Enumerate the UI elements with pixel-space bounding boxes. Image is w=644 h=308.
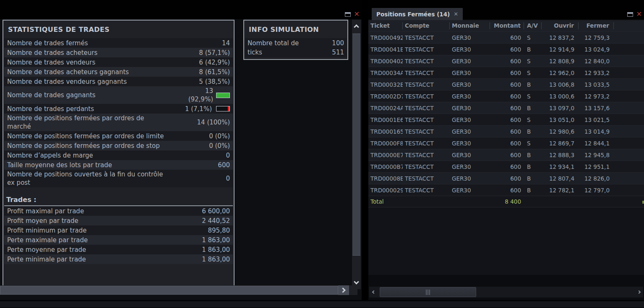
cell-ticket: TRD000029 <box>368 187 403 194</box>
column-header-montant[interactable]: Montant <box>490 22 524 29</box>
position-row[interactable]: TRD00008E TESTACCT GER30 600 B 12 807,4 … <box>368 172 644 184</box>
cell-fermer: 13 024,9 <box>579 46 614 53</box>
stat-label: Profit moyen par trade <box>4 217 169 225</box>
stat-row: Nombre de trades vendeurs 6 (42,9%) <box>4 57 233 67</box>
simulation-info-panel: INFO SIMULATION Nombre total de ticks 10… <box>243 20 348 60</box>
stat-row: Profit maximal par trade 6 600,00 <box>4 206 233 216</box>
column-header-av[interactable]: A/V <box>524 22 542 29</box>
close-icon[interactable]: ✕ <box>354 12 360 17</box>
stat-label: Nombre de trades acheteurs <box>4 49 169 57</box>
column-header-fermer[interactable]: Fermer <box>579 22 614 29</box>
cell-fermer: 12 840,0 <box>579 58 614 65</box>
stat-label: Perte maximale par trade <box>4 236 169 244</box>
cell-monnaie: GER30 <box>450 187 490 194</box>
scroll-up-button[interactable] <box>352 20 361 32</box>
cell-compte: TESTACCT <box>403 34 450 41</box>
column-header-compte[interactable]: Compte <box>403 22 450 29</box>
column-header-monnaie[interactable]: Monnaie <box>450 22 490 29</box>
cell-av: B <box>524 81 542 88</box>
cell-av: S <box>524 34 542 41</box>
cell-fermer: 13 033,5 <box>579 81 614 88</box>
position-row[interactable]: TRD00032E TESTACCT GER30 600 B 13 006,8 … <box>368 78 644 90</box>
cell-monnaie: GER30 <box>450 163 490 170</box>
restore-icon[interactable] <box>345 12 351 17</box>
restore-icon[interactable] <box>627 12 633 17</box>
stat-value: 0 <box>226 174 233 183</box>
vertical-scrollbar-thumb[interactable] <box>352 34 360 256</box>
cell-av: B <box>524 46 542 53</box>
stat-row: Perte minimale par trade 1 863,00 <box>4 254 233 264</box>
column-header-ticket[interactable]: Ticket <box>368 22 403 29</box>
stat-value: 5 (38,5%) <box>199 78 233 86</box>
stat-value: 8 (57,1%) <box>199 49 233 57</box>
tab-positions-fermees[interactable]: Positions Fermées (14) ✕ <box>372 8 463 20</box>
position-row[interactable]: TRD00034A TESTACCT GER30 600 S 12 962,0 … <box>368 67 644 78</box>
cell-ticket: TRD000165 <box>368 128 403 135</box>
horizontal-scrollbar[interactable] <box>0 285 357 295</box>
stat-value: 895,80 <box>208 226 233 235</box>
scroll-right-icon <box>340 287 346 293</box>
cell-montant: 600 <box>490 116 524 123</box>
cell-monnaie: GER30 <box>450 46 490 53</box>
position-row[interactable]: TRD000029 TESTACCT GER30 600 B 12 782,1 … <box>368 184 644 196</box>
scroll-right-button[interactable] <box>636 287 643 298</box>
position-row[interactable]: TRD00041E TESTACCT GER30 600 B 12 914,9 … <box>368 43 644 55</box>
cell-ouvrir: 12 837,2 <box>542 34 579 41</box>
cell-compte: TESTACCT <box>403 163 450 170</box>
cell-fermer: 12 797,0 <box>579 187 614 194</box>
cell-av: B <box>524 128 542 135</box>
cell-montant: 600 <box>490 105 524 111</box>
position-row[interactable]: TRD00024A TESTACCT GER30 600 B 13 097,0 … <box>368 102 644 114</box>
stat-row: Nombre de positions fermées par ordres d… <box>4 131 233 141</box>
vertical-scrollbar[interactable] <box>352 20 361 289</box>
position-row[interactable]: TRD000165 TESTACCT GER30 600 B 12 980,6 … <box>368 125 644 137</box>
cell-ticket: TRD00032E <box>368 81 403 88</box>
horizontal-scrollbar-thumb[interactable] <box>0 286 338 295</box>
stat-row: Nombre de trades gagnants 13 (92,9%) <box>4 86 233 104</box>
ratio-bar <box>216 106 230 111</box>
position-row[interactable]: TRD000402 TESTACCT GER30 600 S 12 808,9 … <box>368 55 644 67</box>
total-montant: 8 400 <box>490 198 524 205</box>
column-header-ouvrir[interactable]: Ouvrir <box>542 22 579 29</box>
ticks-label: Nombre total de ticks <box>245 39 310 57</box>
stat-value: 14 <box>222 39 233 47</box>
ratio-bar <box>216 93 230 98</box>
simulation-info-title: INFO SIMULATION <box>245 21 347 38</box>
horizontal-scrollbar[interactable] <box>369 287 643 298</box>
position-row[interactable]: TRD0000E7 TESTACCT GER30 600 B 12 888,3 … <box>368 149 644 160</box>
table-header-row: Ticket Compte Monnaie Montant A/V Ouvrir… <box>368 20 644 31</box>
position-row[interactable]: TRD0002D7 TESTACCT GER30 600 S 13 000,6 … <box>368 90 644 102</box>
cell-compte: TESTACCT <box>403 105 450 111</box>
cell-ouvrir: 12 782,1 <box>542 187 579 194</box>
cell-ouvrir: 12 888,3 <box>542 152 579 158</box>
stat-label: Perte moyenne par trade <box>4 246 169 254</box>
tab-label: Positions Fermées (14) <box>376 11 450 18</box>
cell-ticket: TRD00041E <box>368 46 403 53</box>
cell-ticket: TRD00034A <box>368 70 403 76</box>
stat-value: 1 863,00 <box>202 246 233 254</box>
scroll-down-icon <box>354 279 359 285</box>
scroll-left-button[interactable] <box>369 287 377 298</box>
position-row[interactable]: TRD0000F8 TESTACCT GER30 600 S 12 869,7 … <box>368 137 644 149</box>
cell-monnaie: GER30 <box>450 116 490 123</box>
stat-value: 1 863,00 <box>202 255 233 264</box>
tab-close-icon[interactable]: ✕ <box>454 11 458 17</box>
close-icon[interactable]: ✕ <box>636 12 642 17</box>
cell-ouvrir: 12 807,4 <box>542 175 579 182</box>
cell-montant: 600 <box>490 163 524 170</box>
position-row[interactable]: TRD000492 TESTACCT GER30 600 S 12 837,2 … <box>368 31 644 43</box>
stat-row: Nombre de trades perdants 1 (7,1%) <box>4 104 233 114</box>
cell-monnaie: GER30 <box>450 93 490 100</box>
statistics-window-titlebar <box>0 0 362 19</box>
position-row[interactable]: TRD0001E6 TESTACCT GER30 600 S 13 051,0 … <box>368 114 644 125</box>
horizontal-scrollbar-thumb[interactable] <box>380 287 476 297</box>
scroll-right-button[interactable] <box>338 285 349 295</box>
position-row[interactable]: TRD0000B7 TESTACCT GER30 600 B 12 934,1 … <box>368 160 644 172</box>
cell-compte: TESTACCT <box>403 46 450 53</box>
cell-ouvrir: 13 000,6 <box>542 93 579 100</box>
closed-positions-table: Ticket Compte Monnaie Montant A/V Ouvrir… <box>368 20 644 275</box>
cell-compte: TESTACCT <box>403 187 450 194</box>
stat-label: Nombre de trades fermés <box>4 39 169 47</box>
cell-compte: TESTACCT <box>403 81 450 88</box>
cell-compte: TESTACCT <box>403 140 450 147</box>
